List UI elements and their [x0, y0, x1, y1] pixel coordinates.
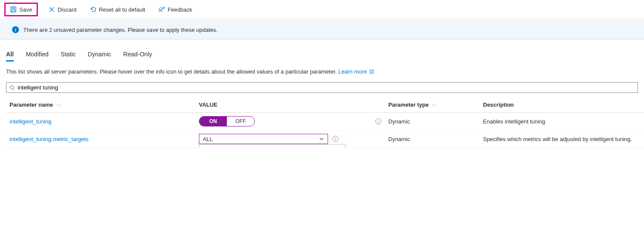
- save-label: Save: [19, 6, 32, 13]
- chevron-down-icon: [319, 136, 324, 142]
- param-description: Enables intelligent tuning: [480, 113, 644, 130]
- tab-modified[interactable]: Modified: [26, 51, 49, 62]
- sort-icon: ↑↓: [432, 102, 437, 108]
- info-message: There are 2 unsaved parameter changes. P…: [23, 27, 218, 33]
- table-row: intelligent_tuning.metric_targets ALL i …: [6, 130, 644, 148]
- helper-body: This list shows all server parameters. P…: [6, 68, 338, 75]
- tab-static[interactable]: Static: [61, 51, 76, 62]
- table-row: intelligent_tuning ON OFF i Dynamic Enab…: [6, 113, 644, 130]
- param-name-link[interactable]: intelligent_tuning: [9, 118, 52, 125]
- col-header-type[interactable]: Parameter type ↑↓: [385, 97, 480, 113]
- feedback-icon: [158, 6, 165, 13]
- info-icon[interactable]: i: [375, 118, 381, 124]
- tab-all[interactable]: All: [6, 51, 14, 62]
- svg-point-5: [159, 8, 162, 10]
- feedback-button[interactable]: Feedback: [155, 4, 195, 15]
- toggle-on[interactable]: ON: [199, 117, 227, 126]
- helper-text: This list shows all server parameters. P…: [0, 62, 644, 75]
- toggle-off[interactable]: OFF: [227, 117, 254, 126]
- select-dropdown[interactable]: ALL: [199, 134, 328, 144]
- col-name-label: Parameter name: [9, 102, 53, 108]
- tab-dynamic[interactable]: Dynamic: [88, 51, 111, 62]
- parameters-table: Parameter name ↑↓ VALUE Parameter type ↑…: [6, 97, 644, 148]
- external-link-icon: [369, 69, 374, 75]
- svg-line-8: [13, 89, 15, 90]
- svg-point-7: [10, 86, 13, 89]
- param-type: Dynamic: [385, 113, 480, 130]
- reset-icon: [90, 6, 96, 13]
- param-type: Dynamic: [385, 130, 480, 148]
- svg-rect-1: [12, 7, 15, 9]
- search-box[interactable]: [6, 82, 638, 93]
- sort-icon: ↑↓: [56, 102, 61, 108]
- svg-rect-2: [12, 10, 15, 12]
- reset-button[interactable]: Reset all to default: [87, 4, 148, 15]
- save-button[interactable]: Save: [4, 3, 38, 16]
- param-description: Specifies which metrics will be adjusted…: [480, 130, 644, 148]
- toggle-switch[interactable]: ON OFF: [199, 116, 255, 126]
- tab-readonly[interactable]: Read-Only: [123, 51, 152, 62]
- learn-more-link[interactable]: Learn more: [338, 68, 374, 75]
- tab-list: All Modified Static Dynamic Read-Only: [0, 40, 644, 62]
- param-name-link[interactable]: intelligent_tuning.metric_targets: [9, 136, 89, 142]
- close-icon: [48, 6, 55, 13]
- info-icon: i: [12, 26, 19, 33]
- learn-more-label: Learn more: [338, 68, 367, 75]
- search-icon: [9, 85, 15, 91]
- col-header-description[interactable]: Description: [480, 97, 644, 113]
- svg-line-6: [371, 70, 373, 72]
- feedback-label: Feedback: [167, 6, 192, 13]
- discard-button[interactable]: Discard: [46, 4, 79, 15]
- col-header-value[interactable]: VALUE: [195, 97, 385, 113]
- col-desc-label: Description: [483, 102, 514, 108]
- search-input[interactable]: [18, 84, 635, 91]
- dropdown-list: STORAGE-BGWRITER_DELAY STORAGE-CHECKPOIN…: [199, 144, 345, 148]
- save-icon: [10, 6, 17, 13]
- discard-label: Discard: [58, 6, 77, 13]
- select-value: ALL: [203, 136, 213, 142]
- reset-label: Reset all to default: [99, 6, 146, 13]
- dropdown-option[interactable]: STORAGE-BGWRITER_DELAY: [199, 145, 345, 148]
- col-header-name[interactable]: Parameter name ↑↓: [6, 97, 195, 113]
- toolbar: Save Discard Reset all to default Feedba…: [0, 0, 644, 19]
- info-bar: i There are 2 unsaved parameter changes.…: [0, 20, 644, 40]
- col-type-label: Parameter type: [388, 102, 429, 108]
- info-icon[interactable]: i: [332, 136, 338, 142]
- col-value-label: VALUE: [199, 102, 217, 108]
